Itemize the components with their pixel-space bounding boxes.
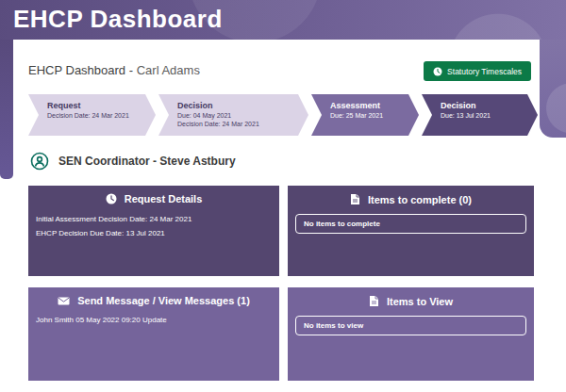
clock-icon [106, 193, 117, 204]
stage-detail: Decision Date: 24 Mar 2021 [177, 120, 301, 128]
envelope-icon [58, 297, 70, 305]
request-details-panel: Request Details Initial Assessment Decis… [28, 186, 279, 276]
messages-panel: Send Message / View Messages (1) John Sm… [28, 287, 279, 381]
stage-title: Request [47, 100, 148, 111]
stage-detail: Due: 04 May 2021 [177, 111, 301, 120]
stage-detail: Decision Date: 24 Mar 2021 [47, 111, 148, 120]
sen-coordinator-row: SEN Coordinator - Steve Astbury [30, 152, 236, 171]
stage-title: Assessment [330, 100, 411, 111]
page-title-separator: - [129, 63, 133, 77]
detail-line: EHCP Decision Due Date: 13 Jul 2021 [36, 226, 272, 240]
timeline: Request Decision Date: 24 Mar 2021 Decis… [28, 94, 538, 136]
sen-coordinator-label: SEN Coordinator - Steve Astbury [58, 155, 236, 168]
page-title: EHCP Dashboard - Carl Adams [28, 63, 200, 77]
items-to-view-panel: Items to View No items to view [288, 287, 534, 381]
request-details-body: Initial Assessment Decision Date: 24 Mar… [28, 204, 279, 240]
items-to-complete-empty: No items to complete [295, 214, 526, 234]
banner-title: EHCP Dashboard [13, 5, 223, 34]
timeline-stage-request[interactable]: Request Decision Date: 24 Mar 2021 [28, 94, 156, 136]
ehcp-dashboard-screen: EHCP Dashboard EHCP Dashboard - Carl Ada… [0, 0, 566, 392]
timeline-stage-decision-2[interactable]: Decision Due: 13 Jul 2021 [422, 94, 538, 136]
timeline-stage-assessment[interactable]: Assessment Due: 25 Mar 2021 [311, 94, 419, 136]
statutory-timescales-button[interactable]: Statutory Timescales [424, 61, 531, 81]
background-left-strip [0, 40, 13, 179]
panel-header: Send Message / View Messages (1) [28, 287, 279, 306]
detail-line: Initial Assessment Decision Date: 24 Mar… [36, 212, 272, 226]
panel-title: Send Message / View Messages (1) [77, 295, 250, 306]
latest-message-item[interactable]: John Smith 05 May 2022 09:20 Update [28, 306, 279, 324]
subject-name: Carl Adams [137, 63, 200, 77]
stage-detail: Due: 13 Jul 2021 [441, 111, 530, 120]
panel-header: Items to View [288, 287, 534, 307]
document-icon [350, 193, 360, 205]
items-to-complete-panel: Items to complete (0) No items to comple… [288, 186, 534, 276]
panel-title: Items to complete (0) [368, 194, 472, 205]
items-to-view-empty: No items to view [295, 316, 526, 335]
page-title-text: EHCP Dashboard [28, 63, 125, 77]
panel-header: Request Details [28, 186, 279, 204]
timeline-stage-decision-1[interactable]: Decision Due: 04 May 2021 Decision Date:… [158, 94, 308, 136]
person-circle-icon [30, 152, 49, 171]
panel-header: Items to complete (0) [288, 186, 534, 205]
statutory-timescales-label: Statutory Timescales [447, 67, 522, 76]
panel-title: Request Details [125, 193, 203, 204]
background-right-strip [540, 40, 566, 138]
dashboard-panels: Request Details Initial Assessment Decis… [28, 186, 534, 381]
document-icon [369, 295, 379, 307]
stage-title: Decision [441, 100, 530, 111]
panel-title: Items to View [387, 296, 453, 307]
clock-icon [433, 67, 442, 76]
stage-title: Decision [177, 100, 301, 111]
stage-detail: Due: 25 Mar 2021 [330, 111, 411, 120]
